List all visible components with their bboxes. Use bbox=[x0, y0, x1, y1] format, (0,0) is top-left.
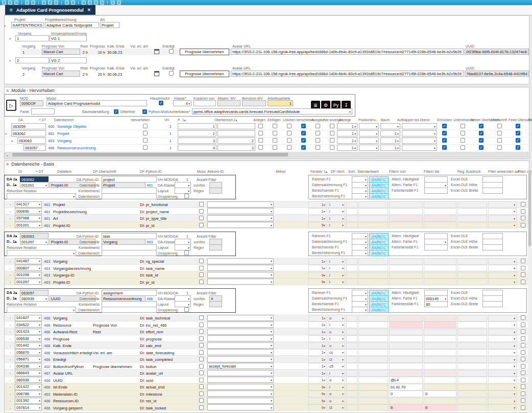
filtern-bis-cell[interactable] bbox=[424, 377, 456, 383]
anzeige-select[interactable]: 1▾ bbox=[337, 130, 357, 136]
muss-checkbox[interactable] bbox=[199, 378, 204, 382]
filtern-von-cell[interactable] bbox=[389, 322, 423, 328]
di-select[interactable]: 056870▾ bbox=[15, 349, 42, 355]
fenster-select[interactable]: 9▾ bbox=[308, 398, 327, 404]
oberbereich-field[interactable] bbox=[217, 130, 255, 136]
da-field[interactable]: 063057 bbox=[23, 145, 46, 151]
filtern-von-cell[interactable] bbox=[389, 265, 423, 271]
muss-checkbox[interactable] bbox=[199, 272, 204, 277]
di-select[interactable]: 001422▾ bbox=[15, 384, 42, 390]
format-f1-select[interactable]: ▾ bbox=[352, 307, 368, 313]
klasse-select[interactable]: 4▾ bbox=[173, 100, 191, 106]
verschieben-checkbox[interactable]: ✓ bbox=[301, 124, 306, 128]
color-swatch[interactable]: AABBCC bbox=[369, 307, 389, 313]
muss-checkbox[interactable] bbox=[199, 357, 204, 361]
positionierung-select[interactable]: ▾ bbox=[359, 123, 379, 129]
toolbar-icon[interactable] bbox=[111, 1, 115, 5]
aktions-id-select[interactable]: ▾ bbox=[207, 342, 274, 349]
aufklappen-select[interactable]: ▾ bbox=[402, 137, 437, 144]
aktions-id-select[interactable]: ▾ bbox=[207, 404, 274, 410]
muss-checkbox[interactable] bbox=[199, 343, 204, 348]
hervorheben-checkbox[interactable] bbox=[143, 145, 148, 150]
loeschen-checkbox[interactable] bbox=[287, 138, 292, 143]
muss-checkbox[interactable] bbox=[199, 202, 204, 206]
einruecken-checkbox[interactable]: ✓ bbox=[442, 145, 447, 150]
filter-anwenden-select[interactable]: ▾ bbox=[488, 322, 517, 328]
toolbar-icon[interactable] bbox=[88, 1, 92, 5]
tab-menu-icon[interactable]: ≡ bbox=[10, 7, 13, 13]
da-field[interactable]: 063062 bbox=[11, 130, 46, 136]
df-verh-select[interactable]: i▾ bbox=[328, 208, 345, 215]
ueberschrift-checkbox[interactable] bbox=[497, 138, 502, 143]
nie_anzeigen-checkbox[interactable] bbox=[330, 131, 334, 135]
toolbar-icon[interactable] bbox=[31, 1, 35, 5]
run-button[interactable]: ▷ bbox=[6, 100, 16, 111]
filter-anwenden-select[interactable]: ▾ bbox=[488, 398, 517, 404]
df-verh-select[interactable]: i▾ bbox=[328, 258, 345, 265]
expand-icon[interactable]: ▾ bbox=[5, 132, 7, 136]
excel-ole-field[interactable] bbox=[482, 188, 503, 194]
toolbar-icon[interactable] bbox=[82, 1, 86, 5]
color-swatch[interactable]: AABBCC bbox=[369, 193, 389, 199]
expand-icon[interactable]: › bbox=[10, 210, 11, 214]
filter-anwenden-select[interactable]: ▾ bbox=[488, 391, 517, 397]
expand-icon[interactable]: ▾ bbox=[9, 59, 11, 63]
erledigt-checkbox[interactable] bbox=[169, 49, 174, 54]
p-field[interactable]: 2 bbox=[178, 130, 216, 136]
uuid-field[interactable]: 76ad8107-6e9e-2c4a-b548-4419f84105e1 bbox=[465, 71, 529, 77]
filtern-von-cell[interactable] bbox=[389, 349, 423, 356]
uuid-field[interactable]: 0f23f5be-fd95-004f-8178-132474e8386e bbox=[465, 49, 529, 55]
ueberschrift-checkbox[interactable] bbox=[497, 145, 502, 150]
filter-deak-checkbox[interactable] bbox=[521, 371, 525, 375]
toolbar-icon[interactable] bbox=[42, 1, 46, 5]
filter-deak-checkbox[interactable] bbox=[521, 315, 525, 320]
expand-icon[interactable]: › bbox=[10, 202, 11, 206]
expand-icon[interactable]: › bbox=[10, 392, 11, 396]
toolbar-icon[interactable] bbox=[48, 1, 52, 5]
expand-icon[interactable]: ▾ bbox=[4, 24, 6, 28]
regex-field[interactable] bbox=[209, 301, 222, 307]
expand-icon[interactable]: › bbox=[10, 323, 11, 327]
anzeige-select[interactable]: 1▾ bbox=[337, 123, 357, 129]
filtern-bis-cell[interactable] bbox=[424, 384, 456, 391]
filtern-bis-cell[interactable] bbox=[424, 342, 456, 349]
filter-deak-checkbox[interactable] bbox=[521, 378, 525, 382]
calendar-icon[interactable] bbox=[154, 49, 159, 54]
project-type-field[interactable]: Projekt bbox=[100, 22, 119, 28]
neben_oberbereich-checkbox[interactable]: ✓ bbox=[479, 131, 483, 135]
filter-deak-checkbox[interactable] bbox=[521, 223, 525, 227]
muss-checkbox[interactable] bbox=[199, 350, 204, 355]
neben_oberbereich-checkbox[interactable]: ✓ bbox=[479, 138, 483, 143]
expand-icon[interactable]: › bbox=[10, 259, 11, 263]
fenster-select[interactable]: 9▾ bbox=[308, 391, 327, 397]
filtern-bis-cell[interactable] bbox=[424, 272, 456, 279]
oberbereich-field[interactable]: 3 bbox=[217, 145, 255, 151]
df-verh-select[interactable]: o▾ bbox=[328, 398, 345, 404]
expand-icon[interactable]: › bbox=[10, 378, 11, 382]
fenster-select[interactable]: 1▾ bbox=[308, 349, 327, 356]
project-name-field[interactable]: Adaptive Cards Testprojekt bbox=[45, 22, 99, 28]
toolbar-icon[interactable] bbox=[25, 1, 29, 5]
expand-icon[interactable]: › bbox=[10, 273, 11, 277]
modul-field[interactable]: Adaptive Card Prognosemodul bbox=[46, 100, 147, 106]
avatar-url-field[interactable]: https://3f10-2-211-106-158.ngrok-free.ap… bbox=[231, 71, 464, 77]
calendar-icon[interactable] bbox=[154, 71, 159, 76]
expand-icon[interactable]: › bbox=[10, 316, 11, 320]
farbintensitaet-field[interactable] bbox=[424, 188, 448, 194]
df-verh-select[interactable]: o▾ bbox=[328, 377, 345, 383]
filter-anwenden-select[interactable]: ▾ bbox=[488, 335, 517, 342]
fenster-select[interactable]: 9▾ bbox=[308, 222, 327, 228]
hervorheben-checkbox[interactable] bbox=[143, 124, 148, 128]
expand-icon[interactable]: › bbox=[10, 280, 11, 284]
filtern-bis-cell[interactable] bbox=[424, 356, 456, 363]
df-verh-select[interactable]: i▾ bbox=[328, 384, 345, 391]
filtern-von-cell[interactable] bbox=[389, 272, 423, 279]
ueberschrift-checkbox[interactable] bbox=[497, 124, 502, 128]
expand-icon[interactable]: › bbox=[10, 406, 11, 410]
filter-anwenden-select[interactable]: ▾ bbox=[488, 342, 517, 349]
farbintensitaet-field[interactable]: 80 bbox=[424, 301, 448, 307]
df-verh-select[interactable]: i2▾ bbox=[328, 404, 345, 411]
excel-ole-field[interactable] bbox=[482, 301, 503, 307]
verschieben-checkbox[interactable]: ✓ bbox=[301, 145, 306, 150]
format-f1-select[interactable]: ▾ bbox=[352, 250, 368, 256]
